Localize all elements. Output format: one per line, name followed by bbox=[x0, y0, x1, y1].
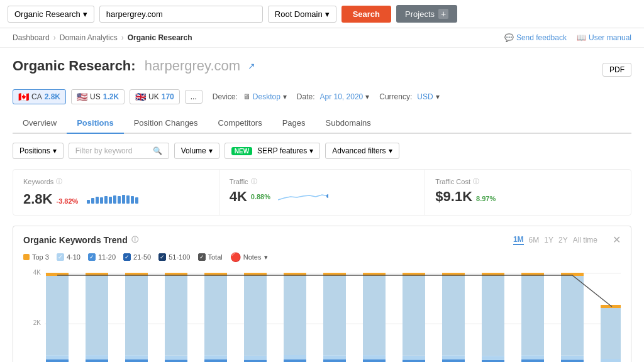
svg-rect-24 bbox=[165, 359, 187, 362]
positions-filter[interactable]: Positions ▾ bbox=[13, 143, 64, 159]
uk-code: UK bbox=[148, 92, 159, 101]
svg-rect-55 bbox=[363, 355, 386, 359]
page-title: Organic Research: harpergrey.com ↗ bbox=[13, 58, 255, 74]
tab-competitors[interactable]: Competitors bbox=[208, 113, 272, 134]
legend-11-20: ✓ 11-20 bbox=[88, 253, 116, 261]
keyword-filter-input[interactable]: Filter by keyword 🔍 bbox=[69, 143, 169, 159]
keywords-info-icon[interactable]: ⓘ bbox=[56, 177, 62, 186]
svg-rect-30 bbox=[204, 359, 227, 362]
chevron-down-icon: ▾ bbox=[283, 92, 287, 101]
legend-21-50-check[interactable]: ✓ bbox=[123, 253, 131, 261]
breadcrumb-dashboard[interactable]: Dashboard bbox=[13, 33, 50, 42]
svg-rect-84 bbox=[561, 359, 584, 362]
svg-rect-25 bbox=[165, 356, 187, 360]
country-uk-badge[interactable]: 🇬🇧 UK 170 bbox=[130, 89, 180, 104]
tab-position-changes[interactable]: Position Changes bbox=[124, 113, 208, 134]
time-alltime-button[interactable]: All time bbox=[573, 236, 597, 244]
svg-rect-91 bbox=[601, 359, 621, 362]
us-flag-icon: 🇺🇸 bbox=[77, 92, 87, 102]
chevron-down-icon: ▾ bbox=[325, 9, 330, 19]
svg-rect-36 bbox=[244, 360, 267, 363]
legend-total-check[interactable]: ✓ bbox=[198, 253, 206, 261]
keywords-value: 2.8K bbox=[23, 191, 52, 207]
bar-group-6 bbox=[284, 273, 306, 362]
currency-label: Currency: bbox=[379, 92, 412, 101]
traffic-change: 0.88% bbox=[251, 193, 270, 200]
add-project-icon: + bbox=[438, 9, 448, 19]
legend-top3: Top 3 bbox=[23, 253, 49, 261]
device-filter[interactable]: Device: 🖥 Desktop ▾ bbox=[213, 92, 287, 101]
legend-11-20-check[interactable]: ✓ bbox=[88, 253, 96, 261]
page-title-prefix: Organic Research: bbox=[13, 58, 136, 74]
time-1m-button[interactable]: 1M bbox=[513, 235, 524, 245]
page-title-domain: harpergrey.com bbox=[145, 58, 240, 74]
send-feedback-link[interactable]: 💬 Send feedback bbox=[504, 33, 567, 42]
pdf-button[interactable]: PDF bbox=[602, 63, 631, 77]
traffic-info-icon[interactable]: ⓘ bbox=[251, 177, 257, 186]
serp-features-filter[interactable]: NEW SERP features ▾ bbox=[225, 143, 321, 159]
chevron-down-icon: ▾ bbox=[83, 9, 87, 19]
notes-chevron-icon[interactable]: ▾ bbox=[264, 253, 268, 261]
chart-info-icon[interactable]: ⓘ bbox=[131, 235, 138, 244]
tab-overview[interactable]: Overview bbox=[13, 113, 67, 134]
svg-rect-7 bbox=[46, 355, 69, 359]
svg-point-0 bbox=[326, 194, 328, 198]
svg-rect-86 bbox=[561, 273, 584, 356]
external-link-icon[interactable]: ↗ bbox=[248, 61, 255, 71]
svg-rect-54 bbox=[363, 359, 386, 362]
spark-bar bbox=[122, 195, 125, 204]
ca-flag-icon: 🇨🇦 bbox=[18, 92, 29, 102]
tab-subdomains[interactable]: Subdomains bbox=[316, 113, 381, 134]
svg-rect-56 bbox=[363, 273, 386, 355]
domain-search-input[interactable] bbox=[99, 6, 263, 23]
chart-svg-wrapper: 4K 2K 0 bbox=[23, 267, 621, 362]
advanced-filters[interactable]: Advanced filters ▾ bbox=[325, 143, 399, 159]
date-filter[interactable]: Date: Apr 10, 2020 ▾ bbox=[297, 92, 369, 101]
tab-pages[interactable]: Pages bbox=[272, 113, 316, 134]
51-100-label: 51-100 bbox=[169, 253, 190, 261]
svg-rect-74 bbox=[482, 273, 504, 356]
time-2y-button[interactable]: 2Y bbox=[558, 236, 568, 244]
traffic-cost-change: 8.97% bbox=[476, 195, 496, 202]
country-ca-badge[interactable]: 🇨🇦 CA 2.8K bbox=[13, 89, 66, 104]
advanced-label: Advanced filters bbox=[332, 146, 386, 155]
chart-close-button[interactable]: ✕ bbox=[613, 234, 621, 246]
breadcrumb-domain-analytics[interactable]: Domain Analytics bbox=[60, 33, 118, 42]
ca-code: CA bbox=[31, 92, 42, 101]
traffic-cost-info-icon[interactable]: ⓘ bbox=[473, 177, 479, 186]
svg-rect-62 bbox=[402, 273, 425, 356]
country-us-badge[interactable]: 🇺🇸 US 1.2K bbox=[71, 89, 125, 104]
currency-filter[interactable]: Currency: USD ▾ bbox=[379, 92, 439, 101]
svg-rect-73 bbox=[482, 356, 504, 360]
legend-51-100-check[interactable]: ✓ bbox=[158, 253, 166, 261]
spark-bar bbox=[131, 196, 134, 204]
total-label: Total bbox=[208, 253, 223, 261]
breadcrumb-current: Organic Research bbox=[128, 33, 192, 42]
search-button[interactable]: Search bbox=[341, 6, 391, 23]
traffic-cost-label: Traffic Cost bbox=[435, 178, 470, 185]
organic-research-dropdown[interactable]: Organic Research ▾ bbox=[8, 6, 94, 23]
projects-label: Projects bbox=[405, 9, 435, 19]
svg-rect-85 bbox=[561, 356, 584, 360]
projects-button[interactable]: Projects + bbox=[396, 5, 457, 23]
svg-rect-32 bbox=[204, 273, 227, 355]
spark-bar bbox=[96, 197, 99, 204]
notes-icon: 🔴 bbox=[230, 252, 241, 262]
bar-group-13 bbox=[561, 273, 584, 362]
tab-positions[interactable]: Positions bbox=[67, 113, 124, 134]
user-manual-link[interactable]: 📖 User manual bbox=[577, 33, 631, 42]
more-countries-button[interactable]: ... bbox=[185, 90, 203, 104]
time-1y-button[interactable]: 1Y bbox=[544, 236, 553, 244]
uk-count: 170 bbox=[162, 92, 174, 101]
svg-rect-38 bbox=[244, 273, 267, 356]
root-domain-dropdown[interactable]: Root Domain ▾ bbox=[268, 6, 336, 23]
legend-4-10: ✓ 4-10 bbox=[57, 253, 80, 261]
main-content: Organic Research: harpergrey.com ↗ PDF 🇨… bbox=[0, 48, 644, 362]
currency-value: USD bbox=[417, 92, 433, 101]
chevron-down-icon: ▾ bbox=[209, 146, 213, 155]
time-6m-button[interactable]: 6M bbox=[529, 236, 540, 244]
bar-group-1 bbox=[86, 273, 108, 362]
legend-4-10-check[interactable]: ✓ bbox=[57, 253, 64, 261]
breadcrumb-actions: 💬 Send feedback 📖 User manual bbox=[504, 33, 631, 42]
volume-filter[interactable]: Volume ▾ bbox=[174, 143, 219, 159]
